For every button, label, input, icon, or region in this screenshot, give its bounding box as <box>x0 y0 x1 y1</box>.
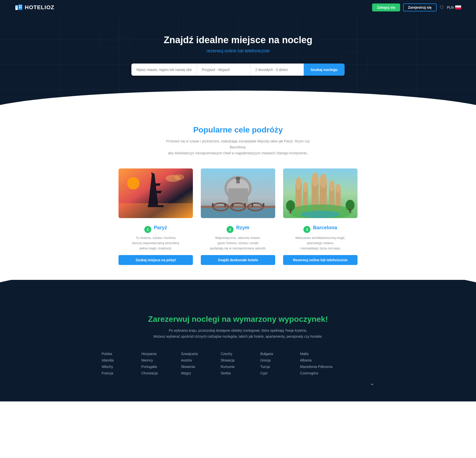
country-link-slowenia[interactable]: Słowenia <box>181 365 216 369</box>
svg-rect-46 <box>252 203 253 207</box>
country-link-islandia[interactable]: Islandia <box>102 358 136 362</box>
destination-badge-barcelona: 3 <box>303 226 310 233</box>
svg-point-36 <box>236 177 240 180</box>
svg-marker-24 <box>151 183 161 186</box>
destination-text-paris: Tu historia, sztuka i kuchnia tworzą nie… <box>119 235 193 251</box>
popular-title: Popularne cele podróży <box>15 125 461 134</box>
destination-button-barcelona[interactable]: Rezerwuj online lub telefonicznie <box>283 255 357 265</box>
countries-section: Zarezerwuj noclegi na wymarzony wypoczyn… <box>0 295 476 402</box>
svg-rect-6 <box>21 7 22 8</box>
country-link-hiszpania[interactable]: Hiszpania <box>141 352 176 356</box>
country-link-szwajcaria[interactable]: Szwajcaria <box>181 352 216 356</box>
countries-title: Zarezerwuj noclegi na wymarzony wypoczyn… <box>20 315 456 324</box>
svg-rect-20 <box>342 52 367 77</box>
svg-rect-5 <box>19 7 20 8</box>
destination-image-barcelona <box>283 168 357 218</box>
country-link-portugalia[interactable]: Portugalia <box>141 365 176 369</box>
country-link-czarnogora[interactable]: Czarnogóra <box>300 371 335 375</box>
country-link-cypr[interactable]: Cypr <box>260 371 295 375</box>
language-selector[interactable]: PLN <box>447 5 461 9</box>
logo[interactable]: HOTELIOZ <box>15 3 54 11</box>
country-link-grecja[interactable]: Grecja <box>260 358 295 362</box>
svg-rect-42 <box>212 203 213 207</box>
header: HOTELIOZ Zaloguj się Zarejestruj się ♡ P… <box>0 0 476 15</box>
country-link-turcja[interactable]: Turcja <box>260 365 295 369</box>
country-link-wlochy[interactable]: Włochy <box>102 365 136 369</box>
svg-rect-47 <box>263 203 264 207</box>
country-link-serbia[interactable]: Serbia <box>221 371 255 375</box>
country-column-5: Bułgaria Grecja Turcja Cypr <box>260 352 295 375</box>
svg-point-28 <box>127 177 140 190</box>
destination-name-row-barcelona: 3 Barcelona <box>283 222 357 233</box>
destination-badge-rome: 2 <box>227 226 234 233</box>
svg-rect-3 <box>19 5 20 6</box>
svg-rect-66 <box>349 209 351 213</box>
country-link-bulgaria[interactable]: Bułgaria <box>260 352 295 356</box>
country-link-czechy[interactable]: Czechy <box>221 352 255 356</box>
wave-divider <box>0 280 476 295</box>
country-link-francja[interactable]: Francja <box>102 371 136 375</box>
show-more-container: ⌄ <box>102 380 374 387</box>
svg-point-54 <box>312 173 319 187</box>
register-button[interactable]: Zarejestruj się <box>403 3 437 11</box>
popular-desc: Przenieś się w czasie i przestrzeni, zwi… <box>161 138 315 156</box>
flag-icon <box>455 5 461 9</box>
hero-subtitle: rezerwuj online lub telefonicznie <box>15 48 461 54</box>
svg-rect-37 <box>201 207 275 218</box>
search-bar: Szukaj noclegu <box>131 64 345 76</box>
country-column-7 <box>340 352 374 375</box>
svg-rect-1 <box>18 4 22 10</box>
svg-point-30 <box>174 174 184 180</box>
destination-card-barcelona: 3 Barcelona Mieszanka architektonicznej … <box>283 168 357 265</box>
destination-name-row-rome: 2 Rzym <box>201 222 275 233</box>
destination-card-paris: 1 Paryż Tu historia, sztuka i kuchnia tw… <box>119 168 193 265</box>
country-column-2: Hiszpania Niemcy Portugalia Chorwacja <box>141 352 176 375</box>
country-column-6: Malta Albania Macedonia Północna Czarnog… <box>300 352 335 375</box>
country-link-polska[interactable]: Polska <box>102 352 136 356</box>
destination-badge-paris: 1 <box>144 226 151 233</box>
svg-rect-44 <box>232 203 233 207</box>
hero-title: Znajdź idealne miejsce na nocleg <box>15 35 461 45</box>
destination-name-paris: Paryż <box>154 225 167 230</box>
svg-point-62 <box>300 211 340 218</box>
destination-image-rome <box>201 168 275 218</box>
svg-rect-0 <box>15 5 18 10</box>
country-link-wegry[interactable]: Węgry <box>181 371 216 375</box>
country-link-slowacja[interactable]: Słowacja <box>221 358 255 362</box>
destination-image-paris <box>119 168 193 218</box>
country-link-rumunia[interactable]: Rumunia <box>221 365 255 369</box>
country-link-austria[interactable]: Austria <box>181 358 216 362</box>
header-right: Zaloguj się Zarejestruj się ♡ PLN <box>372 3 461 11</box>
country-link-albania[interactable]: Albania <box>300 358 335 362</box>
destinations-grid: 1 Paryż Tu historia, sztuka i kuchnia tw… <box>15 168 461 265</box>
location-input[interactable] <box>131 64 197 76</box>
dates-input[interactable] <box>197 64 250 76</box>
svg-rect-27 <box>148 205 164 207</box>
destination-name-rome: Rzym <box>236 225 249 230</box>
hero-decoration <box>0 15 476 105</box>
country-column-4: Czechy Słowacja Rumunia Serbia <box>221 352 255 375</box>
countries-grid: Polska Islandia Włochy Francja Hiszpania… <box>102 352 374 375</box>
login-button[interactable]: Zaloguj się <box>372 3 400 11</box>
destination-button-paris[interactable]: Szukaj miejsca na pobyt <box>119 255 193 265</box>
svg-rect-45 <box>244 203 246 207</box>
country-link-chorwacja[interactable]: Chorwacja <box>141 371 176 375</box>
destination-text-rome: Majestatyczne, wieczne miasto, gdzie his… <box>201 235 275 251</box>
country-link-malta[interactable]: Malta <box>300 352 335 356</box>
countries-desc: Po wybraniu kraju, przeszukaj dostępne o… <box>20 328 456 340</box>
svg-rect-64 <box>290 209 291 213</box>
search-button[interactable]: Szukaj noclegu <box>304 64 345 76</box>
heart-icon[interactable]: ♡ <box>440 4 444 10</box>
country-link-niemcy[interactable]: Niemcy <box>141 358 176 362</box>
svg-point-60 <box>336 184 341 193</box>
svg-point-50 <box>296 177 301 190</box>
currency-label: PLN <box>447 5 454 9</box>
guests-input[interactable] <box>250 64 304 76</box>
destination-button-rome[interactable]: Znajdź doskonałe hotele <box>201 255 275 265</box>
country-link-macedonia[interactable]: Macedonia Północna <box>300 365 335 369</box>
svg-rect-26 <box>151 172 152 175</box>
destination-card-rome: 2 Rzym Majestatyczne, wieczne miasto, gd… <box>201 168 275 265</box>
destination-text-barcelona: Mieszanka architektonicznej magii, plażo… <box>283 235 357 251</box>
svg-point-52 <box>303 182 308 192</box>
chevron-down-icon[interactable]: ⌄ <box>370 380 374 387</box>
